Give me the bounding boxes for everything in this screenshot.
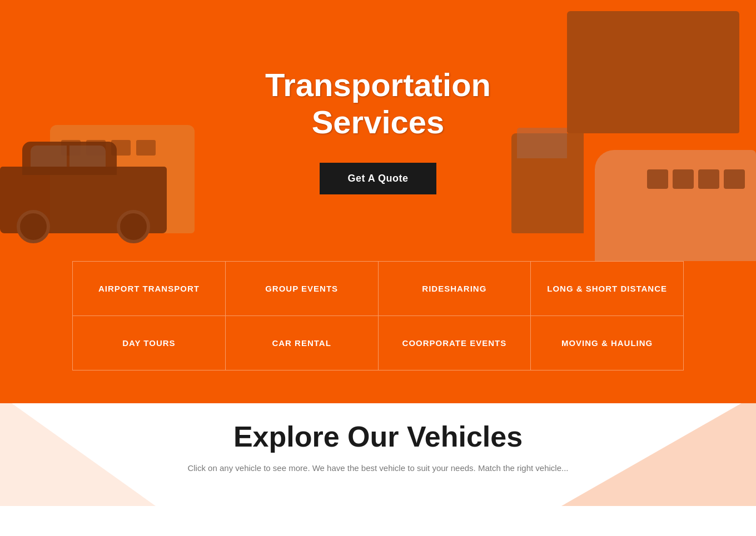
hero-content: Transportation Services Get A Quote [265, 67, 491, 194]
hero-right-vehicles [511, 0, 756, 261]
hero-left-vehicles [0, 0, 233, 261]
service-item-airport-transport[interactable]: AIRPORT TRANSPORT [73, 262, 226, 316]
service-label-corporate-events: COORPORATE EVENTS [402, 338, 507, 348]
explore-section: Explore Our Vehicles Click on any vehicl… [0, 403, 756, 506]
light-triangle-decoration [0, 403, 156, 506]
explore-subtitle: Click on any vehicle to see more. We hav… [156, 463, 600, 473]
service-item-corporate-events[interactable]: COORPORATE EVENTS [379, 316, 531, 370]
left-overlay [0, 0, 233, 261]
hero-title-line1: Transportation [265, 67, 491, 103]
service-label-airport-transport: AIRPORT TRANSPORT [98, 284, 200, 293]
service-item-car-rental[interactable]: CAR RENTAL [226, 316, 379, 370]
hero-section: Transportation Services Get A Quote [0, 0, 756, 261]
service-item-day-tours[interactable]: DAY TOURS [73, 316, 226, 370]
service-label-ridesharing: RIDESHARING [422, 284, 486, 293]
service-label-moving-hauling: MOVING & HAULING [561, 338, 653, 348]
service-item-ridesharing[interactable]: RIDESHARING [379, 262, 531, 316]
service-item-long-short[interactable]: LONG & SHORT DISTANCE [531, 262, 684, 316]
service-label-group-events: GROUP EVENTS [265, 284, 338, 293]
explore-title: Explore Our Vehicles [11, 420, 745, 453]
hero-title: Transportation Services [265, 67, 491, 141]
service-item-moving-hauling[interactable]: MOVING & HAULING [531, 316, 684, 370]
service-item-group-events[interactable]: GROUP EVENTS [226, 262, 379, 316]
service-label-car-rental: CAR RENTAL [272, 338, 331, 348]
hero-title-line2: Services [312, 104, 445, 140]
right-overlay [511, 0, 756, 261]
services-section: AIRPORT TRANSPORT GROUP EVENTS RIDESHARI… [0, 261, 756, 404]
service-label-long-short: LONG & SHORT DISTANCE [547, 284, 667, 293]
service-label-day-tours: DAY TOURS [122, 338, 175, 348]
get-quote-button[interactable]: Get A Quote [320, 163, 436, 194]
services-grid: AIRPORT TRANSPORT GROUP EVENTS RIDESHARI… [72, 261, 684, 370]
orange-triangle-decoration [561, 403, 756, 506]
